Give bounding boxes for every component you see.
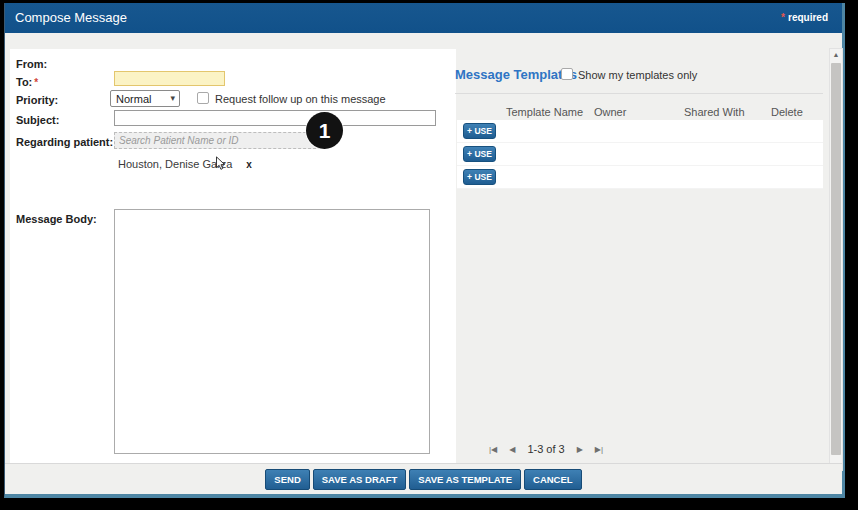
use-template-button[interactable]: + USE <box>463 146 496 162</box>
message-body-textarea[interactable] <box>114 209 430 454</box>
footer-action-bar: SEND SAVE AS DRAFT SAVE AS TEMPLATE CANC… <box>5 463 842 494</box>
to-required-asterisk: * <box>34 77 38 88</box>
column-header-owner: Owner <box>594 106 626 118</box>
remove-patient-button[interactable]: x <box>246 159 252 170</box>
save-as-draft-button[interactable]: SAVE AS DRAFT <box>313 469 406 490</box>
show-my-templates-checkbox[interactable] <box>561 68 573 80</box>
template-row[interactable]: + USE <box>457 143 823 166</box>
subject-input[interactable] <box>114 110 436 126</box>
compose-form-panel: From: To:* Priority: Normal ▾ Request fo… <box>10 49 456 463</box>
dialog-title: Compose Message <box>15 10 127 25</box>
column-header-delete: Delete <box>771 106 803 118</box>
message-body-label: Message Body: <box>16 213 97 225</box>
required-legend: *required <box>781 12 828 23</box>
pagination-status: 1-3 of 3 <box>527 443 564 455</box>
required-asterisk: * <box>781 12 785 23</box>
followup-label: Request follow up on this message <box>215 93 386 105</box>
use-template-button[interactable]: + USE <box>463 169 496 185</box>
column-header-shared-with: Shared With <box>684 106 745 118</box>
last-page-icon[interactable]: ▶| <box>595 445 603 454</box>
cancel-button[interactable]: CANCEL <box>524 469 582 490</box>
title-bar: Compose Message *required <box>5 3 842 33</box>
vertical-scrollbar[interactable]: ▲ ▼ <box>829 48 843 471</box>
template-row[interactable]: + USE <box>457 120 823 143</box>
patient-search-input[interactable] <box>114 132 326 149</box>
next-page-icon[interactable]: ▶ <box>577 445 583 454</box>
priority-select[interactable]: Normal ▾ <box>110 90 180 107</box>
templates-table: + USE + USE + USE <box>457 120 823 189</box>
templates-pagination: |◀ ◀ 1-3 of 3 ▶ ▶| <box>489 443 603 455</box>
regarding-patient-label: Regarding patient: <box>16 136 113 148</box>
send-button[interactable]: SEND <box>265 469 309 490</box>
selected-patient: Houston, Denise Garzax <box>118 158 252 170</box>
annotation-step-1-badge: 1 <box>306 112 343 149</box>
to-input[interactable] <box>114 71 225 86</box>
mouse-cursor-icon <box>214 156 227 172</box>
scroll-up-icon[interactable]: ▲ <box>830 51 842 58</box>
scrollbar-thumb[interactable] <box>831 63 841 455</box>
first-page-icon[interactable]: |◀ <box>489 445 497 454</box>
compose-message-dialog: Compose Message *required From: To:* Pri… <box>4 3 845 498</box>
show-my-templates-label: Show my templates only <box>578 69 697 81</box>
use-template-button[interactable]: + USE <box>463 123 496 139</box>
previous-page-icon[interactable]: ◀ <box>509 445 515 454</box>
templates-divider <box>455 93 823 94</box>
from-label: From: <box>16 58 47 70</box>
priority-label: Priority: <box>16 94 58 106</box>
column-header-template-name: Template Name <box>506 106 583 118</box>
subject-label: Subject: <box>16 114 59 126</box>
save-as-template-button[interactable]: SAVE AS TEMPLATE <box>409 469 521 490</box>
priority-selected-value: Normal <box>116 93 151 105</box>
template-row[interactable]: + USE <box>457 166 823 189</box>
to-label: To:* <box>16 76 38 88</box>
message-templates-title: Message Templates <box>455 67 577 82</box>
chevron-down-icon: ▾ <box>170 93 175 103</box>
followup-checkbox[interactable] <box>197 92 209 104</box>
required-legend-text: required <box>788 12 828 23</box>
